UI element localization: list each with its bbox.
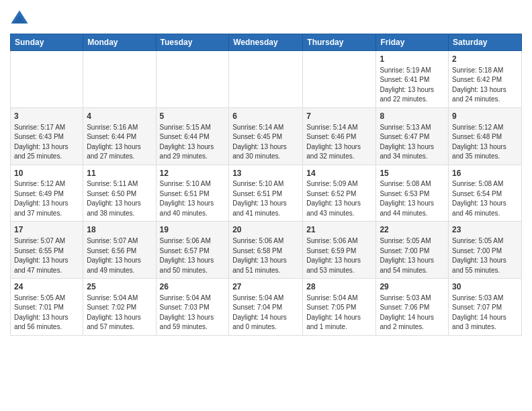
calendar-cell: 3Sunrise: 5:17 AM Sunset: 6:43 PM Daylig… (11, 107, 83, 165)
calendar-cell: 23Sunrise: 5:05 AM Sunset: 7:00 PM Dayli… (449, 222, 522, 279)
day-info: Sunrise: 5:04 AM Sunset: 7:04 PM Dayligh… (232, 293, 299, 332)
day-number: 26 (160, 281, 226, 293)
calendar-cell: 12Sunrise: 5:10 AM Sunset: 6:51 PM Dayli… (156, 165, 229, 222)
day-number: 17 (14, 224, 79, 236)
calendar-cell: 24Sunrise: 5:05 AM Sunset: 7:01 PM Dayli… (11, 279, 83, 336)
day-number: 21 (306, 224, 372, 236)
day-number: 29 (380, 281, 445, 293)
weekday-header-saturday: Saturday (449, 34, 522, 51)
day-info: Sunrise: 5:07 AM Sunset: 6:56 PM Dayligh… (87, 236, 152, 275)
calendar-cell: 5Sunrise: 5:15 AM Sunset: 6:44 PM Daylig… (156, 107, 229, 165)
calendar-cell: 13Sunrise: 5:10 AM Sunset: 6:51 PM Dayli… (229, 165, 303, 222)
weekday-header-monday: Monday (83, 34, 156, 51)
calendar-cell: 18Sunrise: 5:07 AM Sunset: 6:56 PM Dayli… (83, 222, 156, 279)
day-info: Sunrise: 5:04 AM Sunset: 7:05 PM Dayligh… (306, 293, 372, 332)
calendar-table: SundayMondayTuesdayWednesdayThursdayFrid… (10, 34, 522, 336)
calendar-week-5: 24Sunrise: 5:05 AM Sunset: 7:01 PM Dayli… (11, 279, 522, 336)
calendar-header-row: SundayMondayTuesdayWednesdayThursdayFrid… (11, 34, 522, 51)
day-number: 10 (14, 168, 79, 179)
calendar-cell: 10Sunrise: 5:12 AM Sunset: 6:49 PM Dayli… (11, 165, 83, 222)
day-number: 27 (232, 281, 299, 293)
calendar-cell: 9Sunrise: 5:12 AM Sunset: 6:48 PM Daylig… (449, 107, 522, 165)
logo (10, 7, 30, 28)
day-info: Sunrise: 5:04 AM Sunset: 7:03 PM Dayligh… (160, 293, 226, 332)
calendar-cell: 11Sunrise: 5:11 AM Sunset: 6:50 PM Dayli… (83, 165, 156, 222)
calendar-cell: 25Sunrise: 5:04 AM Sunset: 7:02 PM Dayli… (83, 279, 156, 336)
calendar-week-4: 17Sunrise: 5:07 AM Sunset: 6:55 PM Dayli… (11, 222, 522, 279)
calendar-week-1: 1Sunrise: 5:19 AM Sunset: 6:41 PM Daylig… (11, 51, 522, 108)
day-info: Sunrise: 5:11 AM Sunset: 6:50 PM Dayligh… (87, 179, 152, 218)
calendar-cell: 19Sunrise: 5:06 AM Sunset: 6:57 PM Dayli… (156, 222, 229, 279)
day-number: 3 (14, 111, 79, 122)
day-info: Sunrise: 5:16 AM Sunset: 6:44 PM Dayligh… (87, 123, 152, 162)
day-info: Sunrise: 5:18 AM Sunset: 6:42 PM Dayligh… (452, 66, 518, 105)
day-info: Sunrise: 5:13 AM Sunset: 6:47 PM Dayligh… (380, 123, 445, 162)
weekday-header-thursday: Thursday (303, 34, 376, 51)
header (10, 7, 522, 28)
day-number: 8 (380, 111, 445, 122)
day-info: Sunrise: 5:07 AM Sunset: 6:55 PM Dayligh… (14, 236, 79, 275)
calendar-cell (83, 51, 156, 108)
day-number: 18 (87, 224, 152, 236)
calendar-cell: 14Sunrise: 5:09 AM Sunset: 6:52 PM Dayli… (303, 165, 376, 222)
day-info: Sunrise: 5:09 AM Sunset: 6:52 PM Dayligh… (306, 179, 372, 218)
day-info: Sunrise: 5:06 AM Sunset: 6:58 PM Dayligh… (232, 236, 299, 275)
day-number: 11 (87, 168, 152, 179)
day-info: Sunrise: 5:14 AM Sunset: 6:46 PM Dayligh… (306, 123, 372, 162)
day-number: 30 (452, 281, 518, 293)
day-number: 22 (380, 224, 445, 236)
calendar-cell: 21Sunrise: 5:06 AM Sunset: 6:59 PM Dayli… (303, 222, 376, 279)
day-info: Sunrise: 5:12 AM Sunset: 6:49 PM Dayligh… (14, 179, 79, 218)
day-info: Sunrise: 5:14 AM Sunset: 6:45 PM Dayligh… (232, 123, 299, 162)
calendar-cell: 20Sunrise: 5:06 AM Sunset: 6:58 PM Dayli… (229, 222, 303, 279)
weekday-header-tuesday: Tuesday (156, 34, 229, 51)
day-number: 4 (87, 111, 152, 122)
day-info: Sunrise: 5:15 AM Sunset: 6:44 PM Dayligh… (160, 123, 226, 162)
day-number: 14 (306, 168, 372, 179)
day-number: 25 (87, 281, 152, 293)
day-number: 16 (452, 168, 518, 179)
calendar-cell: 30Sunrise: 5:03 AM Sunset: 7:07 PM Dayli… (449, 279, 522, 336)
calendar-cell: 28Sunrise: 5:04 AM Sunset: 7:05 PM Dayli… (303, 279, 376, 336)
calendar-body: 1Sunrise: 5:19 AM Sunset: 6:41 PM Daylig… (11, 51, 522, 336)
day-info: Sunrise: 5:06 AM Sunset: 6:57 PM Dayligh… (160, 236, 226, 275)
day-info: Sunrise: 5:03 AM Sunset: 7:07 PM Dayligh… (452, 293, 518, 332)
day-info: Sunrise: 5:05 AM Sunset: 7:00 PM Dayligh… (452, 236, 518, 275)
calendar-cell: 8Sunrise: 5:13 AM Sunset: 6:47 PM Daylig… (376, 107, 449, 165)
day-number: 15 (380, 168, 445, 179)
day-info: Sunrise: 5:05 AM Sunset: 7:01 PM Dayligh… (14, 293, 79, 332)
calendar-cell (156, 51, 229, 108)
day-info: Sunrise: 5:05 AM Sunset: 7:00 PM Dayligh… (380, 236, 445, 275)
day-info: Sunrise: 5:08 AM Sunset: 6:54 PM Dayligh… (452, 179, 518, 218)
weekday-header-wednesday: Wednesday (229, 34, 303, 51)
day-number: 20 (232, 224, 299, 236)
day-number: 1 (380, 54, 445, 65)
calendar-cell: 1Sunrise: 5:19 AM Sunset: 6:41 PM Daylig… (376, 51, 449, 108)
calendar-cell: 6Sunrise: 5:14 AM Sunset: 6:45 PM Daylig… (229, 107, 303, 165)
day-number: 12 (160, 168, 226, 179)
calendar-page: SundayMondayTuesdayWednesdayThursdayFrid… (0, 0, 532, 342)
day-number: 2 (452, 54, 518, 65)
calendar-cell (11, 51, 83, 108)
day-number: 13 (232, 168, 299, 179)
day-number: 5 (160, 111, 226, 122)
calendar-cell: 2Sunrise: 5:18 AM Sunset: 6:42 PM Daylig… (449, 51, 522, 108)
day-info: Sunrise: 5:19 AM Sunset: 6:41 PM Dayligh… (380, 66, 445, 105)
day-info: Sunrise: 5:10 AM Sunset: 6:51 PM Dayligh… (232, 179, 299, 218)
day-info: Sunrise: 5:08 AM Sunset: 6:53 PM Dayligh… (380, 179, 445, 218)
calendar-cell: 15Sunrise: 5:08 AM Sunset: 6:53 PM Dayli… (376, 165, 449, 222)
calendar-cell: 7Sunrise: 5:14 AM Sunset: 6:46 PM Daylig… (303, 107, 376, 165)
calendar-cell: 22Sunrise: 5:05 AM Sunset: 7:00 PM Dayli… (376, 222, 449, 279)
day-info: Sunrise: 5:06 AM Sunset: 6:59 PM Dayligh… (306, 236, 372, 275)
day-number: 6 (232, 111, 299, 122)
calendar-cell: 27Sunrise: 5:04 AM Sunset: 7:04 PM Dayli… (229, 279, 303, 336)
calendar-cell (303, 51, 376, 108)
day-info: Sunrise: 5:03 AM Sunset: 7:06 PM Dayligh… (380, 293, 445, 332)
day-number: 24 (14, 281, 79, 293)
day-number: 19 (160, 224, 226, 236)
calendar-cell: 4Sunrise: 5:16 AM Sunset: 6:44 PM Daylig… (83, 107, 156, 165)
calendar-cell: 16Sunrise: 5:08 AM Sunset: 6:54 PM Dayli… (449, 165, 522, 222)
day-info: Sunrise: 5:04 AM Sunset: 7:02 PM Dayligh… (87, 293, 152, 332)
calendar-cell (229, 51, 303, 108)
calendar-week-2: 3Sunrise: 5:17 AM Sunset: 6:43 PM Daylig… (11, 107, 522, 165)
